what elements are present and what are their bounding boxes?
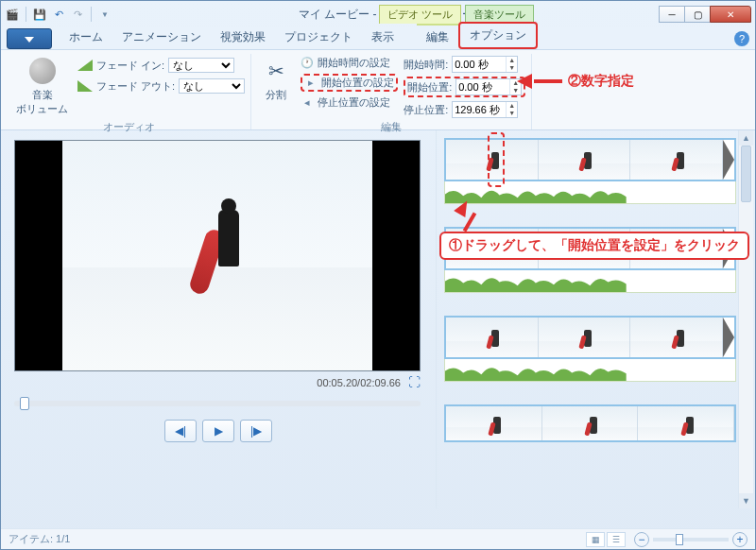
- set-start-pos-button[interactable]: ▸開始位置の設定: [301, 74, 398, 92]
- help-icon[interactable]: ?: [734, 31, 749, 46]
- split-icon: ✂: [261, 56, 291, 86]
- spinner-down-icon[interactable]: ▼: [506, 110, 517, 117]
- fade-out-select[interactable]: なし: [179, 78, 245, 94]
- fade-in-select[interactable]: なし: [168, 58, 234, 73]
- preview-monitor: [14, 140, 421, 371]
- spinner-up-icon[interactable]: ▲: [506, 57, 517, 64]
- spinner-up-icon[interactable]: ▲: [506, 102, 517, 110]
- view-details-button[interactable]: ☰: [607, 532, 626, 547]
- scroll-down-icon[interactable]: ▼: [739, 493, 753, 508]
- status-items: アイテム: 1/1: [9, 532, 70, 546]
- fade-out-label: フェード アウト:: [96, 79, 175, 94]
- prev-frame-button[interactable]: ◀|: [164, 420, 197, 442]
- video-clip[interactable]: [444, 316, 736, 359]
- tab-animation[interactable]: アニメーション: [112, 26, 211, 49]
- seek-thumb[interactable]: [20, 397, 29, 410]
- music-volume-label: 音楽 ボリューム: [16, 88, 68, 116]
- minimize-button[interactable]: ─: [659, 6, 685, 23]
- svg-marker-1: [77, 60, 93, 71]
- music-tools-tab[interactable]: 音楽ツール: [465, 5, 534, 24]
- set-stop-pos-button[interactable]: ◂停止位置の設定: [301, 95, 398, 110]
- zoom-out-button[interactable]: −: [634, 532, 649, 547]
- audio-track[interactable]: [444, 359, 736, 382]
- timeline-scrollbar[interactable]: ▲ ▼: [738, 130, 753, 508]
- split-button[interactable]: ✂ 分割: [257, 54, 295, 104]
- start-marker-icon: ▸: [304, 77, 318, 90]
- music-volume-button[interactable]: 音楽 ボリューム: [12, 54, 72, 118]
- start-pos-label: 開始位置:: [407, 80, 452, 95]
- redo-icon[interactable]: ↷: [70, 7, 85, 22]
- clock-icon: 🕐: [301, 57, 314, 70]
- svg-marker-2: [77, 80, 93, 92]
- stop-marker-icon: ◂: [301, 96, 314, 110]
- svg-marker-0: [25, 37, 34, 43]
- fade-in-label: フェード イン:: [96, 59, 164, 73]
- fullscreen-icon[interactable]: ⛶: [408, 375, 421, 389]
- zoom-thumb[interactable]: [676, 534, 683, 545]
- tab-edit[interactable]: 編集: [417, 24, 458, 49]
- tab-home[interactable]: ホーム: [60, 26, 112, 49]
- undo-icon[interactable]: ↶: [51, 7, 66, 22]
- zoom-in-button[interactable]: +: [732, 532, 747, 547]
- save-icon[interactable]: 💾: [32, 7, 47, 22]
- video-tools-tab[interactable]: ビデオ ツール: [379, 5, 461, 24]
- scroll-up-icon[interactable]: ▲: [739, 130, 753, 146]
- fade-out-icon: [77, 80, 93, 92]
- video-clip[interactable]: [444, 404, 736, 442]
- start-time-input[interactable]: [453, 59, 506, 70]
- file-menu-button[interactable]: [7, 28, 52, 49]
- stop-pos-input[interactable]: [453, 104, 506, 115]
- timecode: 00:05.20/02:09.66: [317, 377, 401, 388]
- tab-view[interactable]: 表示: [362, 26, 404, 49]
- tab-project[interactable]: プロジェクト: [275, 26, 362, 49]
- zoom-slider[interactable]: [653, 538, 729, 541]
- close-button[interactable]: ✕: [710, 6, 751, 23]
- fade-in-icon: [77, 60, 93, 71]
- speaker-icon: [29, 58, 56, 84]
- annotation-1-arrow: [458, 194, 472, 232]
- annotation-1: ①ドラッグして、「開始位置を設定」をクリック: [439, 232, 749, 260]
- start-time-label: 開始時間:: [404, 58, 448, 72]
- spinner-down-icon[interactable]: ▼: [506, 64, 517, 72]
- tab-visual[interactable]: 視覚効果: [211, 26, 275, 49]
- split-label: 分割: [266, 88, 286, 102]
- next-frame-button[interactable]: |▶: [240, 420, 272, 442]
- maximize-button[interactable]: ▢: [684, 6, 711, 23]
- stop-pos-label: 停止位置:: [404, 103, 448, 117]
- app-icon: 🎬: [5, 7, 20, 22]
- play-button[interactable]: ▶: [202, 420, 234, 442]
- stop-pos-spinner[interactable]: ▲▼: [452, 101, 518, 118]
- audio-track[interactable]: [444, 270, 736, 293]
- qat-dropdown-icon[interactable]: ▼: [97, 7, 112, 22]
- start-time-spinner[interactable]: ▲▼: [452, 56, 518, 73]
- video-clip[interactable]: [444, 138, 736, 181]
- audio-track[interactable]: [444, 181, 736, 204]
- set-start-time-button[interactable]: 🕐開始時間の設定: [301, 56, 398, 70]
- annotation-2: ②数字指定: [509, 73, 634, 90]
- view-thumbnails-button[interactable]: ▦: [586, 532, 605, 547]
- scrollbar-thumb[interactable]: [741, 146, 751, 202]
- tab-options[interactable]: オプション: [458, 22, 538, 49]
- preview-frame-content: [205, 210, 252, 314]
- start-pos-input[interactable]: [456, 81, 509, 93]
- seek-bar[interactable]: [14, 401, 421, 406]
- audio-group-label: オーディオ: [12, 118, 245, 136]
